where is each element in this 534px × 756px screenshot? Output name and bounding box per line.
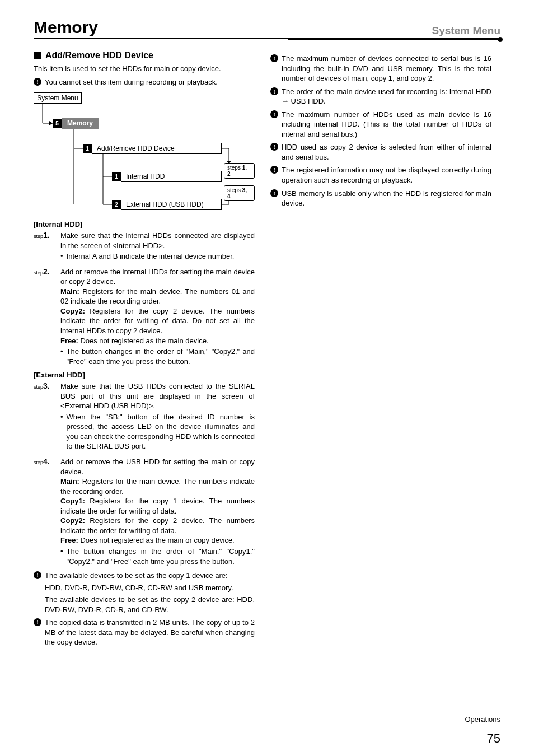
- notice-r4: ! HDD used as copy 2 device is selected …: [270, 142, 491, 162]
- bullet-icon: •: [60, 547, 63, 566]
- main-label: Main:: [60, 287, 79, 296]
- main-label: Main:: [60, 477, 79, 486]
- step-text: Make sure that the internal HDDs connect…: [60, 231, 255, 250]
- notice-2mb: ! The copied data is transmitted in 2 MB…: [34, 618, 255, 647]
- free-label: Free:: [60, 536, 78, 544]
- bullet-text: When the "SB:" button of the desired ID …: [67, 412, 255, 451]
- footer-label: Operations: [459, 715, 500, 724]
- copy2-label: Copy2:: [60, 307, 85, 315]
- bullet-text: The button changes in the order of "Main…: [67, 347, 255, 366]
- step-text: Add or remove the USB HDD for setting th…: [60, 458, 255, 476]
- notice-no-record: ! You cannot set this item during record…: [34, 77, 255, 87]
- diagram-add-remove: Add/Remove HDD Device: [92, 143, 222, 154]
- notice-text: You cannot set this item during recordin…: [45, 77, 255, 87]
- header-dot-icon: [498, 37, 503, 42]
- step-body: Make sure that the internal HDDs connect…: [60, 231, 255, 262]
- diagram-steps-12: steps 1, 2: [224, 163, 255, 179]
- main-text: Registers for the main device. The numbe…: [60, 287, 255, 306]
- step-body: Add or remove the internal HDDs for sett…: [60, 267, 255, 366]
- free-text: Does not registered as the main device.: [78, 337, 209, 345]
- bullet-text: The button changes in the order of "Main…: [67, 547, 255, 566]
- diagram-badge-add: 1: [83, 144, 92, 153]
- step-text: Add or remove the internal HDDs for sett…: [60, 268, 255, 286]
- step-number: step1.: [34, 231, 56, 262]
- notice-line3: The available devices to be set as the c…: [45, 595, 255, 614]
- notice-text: The available devices to be set as the c…: [45, 571, 255, 614]
- notice-devices: ! The available devices to be set as the…: [34, 571, 255, 614]
- notice-r3: ! The maximum number of HDDs used as mai…: [270, 110, 491, 139]
- notice-r6: ! USB memory is usable only when the HDD…: [270, 189, 491, 208]
- section-heading: Add/Remove HDD Device: [34, 50, 255, 60]
- diagram-steps-34: steps 3, 4: [224, 185, 255, 201]
- diagram-badge-internal: 1: [112, 172, 121, 181]
- notice-text: The maximum number of devices connected …: [282, 54, 491, 83]
- step-bullet: • Internal A and B indicate the internal…: [60, 251, 255, 262]
- info-icon: !: [270, 87, 278, 95]
- info-icon: !: [34, 78, 41, 86]
- copy1-label: Copy1:: [60, 497, 85, 505]
- step-3: step3. Make sure that the USB HDDs conne…: [34, 381, 255, 451]
- info-icon: !: [270, 189, 278, 197]
- notice-line1: The available devices to be set as the c…: [45, 571, 228, 580]
- footer-tick: [430, 724, 430, 729]
- diagram-badge-5: 5: [53, 119, 62, 128]
- info-icon: !: [34, 571, 41, 579]
- bullet-icon: •: [60, 251, 63, 262]
- copy2-text: Registers for the copy 2 device. The num…: [60, 307, 255, 335]
- bullet-text: Internal A and B indicate the internal d…: [67, 251, 235, 262]
- notice-text: The registered information may not be di…: [282, 165, 491, 185]
- header-right: System Menu: [432, 25, 500, 37]
- notice-text: The maximum number of HDDs used as main …: [282, 110, 491, 139]
- free-text: Does not registered as the main or copy …: [78, 536, 235, 544]
- info-icon: !: [270, 143, 278, 151]
- info-icon: !: [270, 110, 278, 118]
- step-text: Make sure that the USB HDDs connected to…: [60, 382, 255, 410]
- notice-text: HDD used as copy 2 device is selected fr…: [282, 142, 491, 162]
- copy2-text: Registers for the copy 2 device. The num…: [60, 516, 255, 535]
- step-2: step2. Add or remove the internal HDDs f…: [34, 267, 255, 366]
- footer-rule: [0, 725, 500, 725]
- steps-prefix: steps: [227, 165, 241, 171]
- diagram-badge-external: 2: [112, 200, 121, 209]
- left-column: Add/Remove HDD Device This item is used …: [34, 50, 255, 651]
- bullet-icon: •: [60, 412, 63, 451]
- notice-r1: ! The maximum number of devices connecte…: [270, 54, 491, 83]
- step-body: Add or remove the USB HDD for setting th…: [60, 457, 255, 566]
- page-number: 75: [487, 731, 500, 746]
- section-title: Add/Remove HDD Device: [45, 50, 153, 60]
- notice-text: USB memory is usable only when the HDD i…: [282, 189, 491, 208]
- diagram-external-hdd: External HDD (USB HDD): [121, 199, 222, 210]
- copy2-label: Copy2:: [60, 516, 85, 525]
- step-1: step1. Make sure that the internal HDDs …: [34, 231, 255, 262]
- diagram-memory: Memory: [62, 118, 99, 129]
- square-bullet-icon: [34, 52, 41, 59]
- step-bullet: • The button changes in the order of "Ma…: [60, 347, 255, 366]
- info-icon: !: [270, 54, 278, 62]
- internal-heading: [Internal HDD]: [34, 220, 255, 228]
- intro-text: This item is used to set the HDDs for ma…: [34, 64, 255, 74]
- step-body: Make sure that the USB HDDs connected to…: [60, 381, 255, 451]
- notice-r5: ! The registered information may not be …: [270, 165, 491, 185]
- right-column: ! The maximum number of devices connecte…: [270, 50, 491, 651]
- notice-text: The copied data is transmitted in 2 MB u…: [45, 618, 255, 647]
- step-bullet: • When the "SB:" button of the desired I…: [60, 412, 255, 451]
- bullet-icon: •: [60, 347, 63, 366]
- diagram-internal-hdd: Internal HDD: [121, 171, 222, 182]
- step-number: step3.: [34, 381, 56, 451]
- step-number: step2.: [34, 267, 56, 366]
- diagram-lines: [34, 92, 255, 216]
- notice-text: The order of the main device used for re…: [282, 87, 491, 106]
- diagram-system-menu: System Menu: [34, 92, 82, 104]
- step-4: step4. Add or remove the USB HDD for set…: [34, 457, 255, 566]
- page-title: Memory: [34, 18, 98, 37]
- notice-line2: HDD, DVD-R, DVD-RW, CD-R, CD-RW and USB …: [45, 584, 233, 592]
- external-heading: [External HDD]: [34, 371, 255, 379]
- copy1-text: Registers for the copy 1 device. The num…: [60, 497, 255, 515]
- info-icon: !: [34, 618, 41, 626]
- notice-r2: ! The order of the main device used for …: [270, 87, 491, 106]
- free-label: Free:: [60, 337, 78, 345]
- page-header: Memory System Menu: [34, 18, 500, 39]
- step-number: step4.: [34, 457, 56, 566]
- menu-diagram: System Menu: [34, 92, 255, 216]
- info-icon: !: [270, 166, 278, 174]
